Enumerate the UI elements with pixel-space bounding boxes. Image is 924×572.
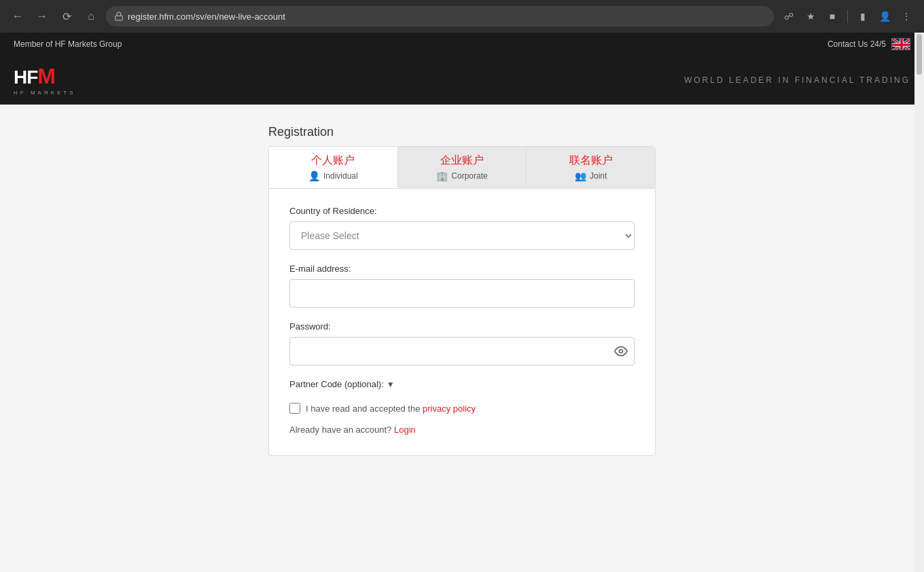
address-bar[interactable]: register.hfm.com/sv/en/new-live-account [106, 6, 774, 26]
logo: HF M HF MARKETS [14, 64, 76, 96]
country-group: Country of Residence: Please Select [289, 206, 635, 250]
logo-letters: HF M [14, 64, 76, 89]
registration-container: Registration 个人账户 👤 Individual 企业账户 🏢 Co… [268, 125, 656, 546]
separator [847, 10, 848, 23]
scrollbar-thumb [917, 34, 922, 75]
privacy-checkbox-row: I have read and accepted the privacy pol… [289, 403, 635, 414]
password-group: Password: [289, 321, 635, 365]
tab-corporate[interactable]: 企业账户 🏢 Corporate [398, 147, 527, 188]
email-input[interactable] [289, 279, 635, 308]
privacy-checkbox[interactable] [289, 403, 300, 414]
menu-button[interactable]: ⋮ [897, 7, 916, 26]
partner-code-label: Partner Code (optional): [289, 379, 384, 389]
form-card: Country of Residence: Please Select E-ma… [268, 189, 656, 456]
header-tagline: WORLD LEADER IN FINANCIAL TRADING [684, 75, 910, 85]
tab-individual-label-row: 👤 Individual [274, 171, 392, 181]
privacy-label: I have read and accepted the privacy pol… [306, 404, 476, 414]
home-button[interactable]: ⌂ [82, 7, 101, 26]
tab-joint-chinese: 联名账户 [532, 154, 650, 168]
contact-text: Contact Us 24/5 [828, 39, 886, 49]
email-label: E-mail address: [289, 264, 635, 274]
svg-rect-0 [116, 16, 123, 20]
people-icon: 👥 [575, 171, 586, 181]
url-text: register.hfm.com/sv/en/new-live-account [128, 12, 285, 22]
password-toggle-button[interactable] [614, 344, 628, 358]
scrollbar[interactable] [914, 33, 924, 572]
lock-icon [114, 12, 124, 21]
bookmark-button[interactable]: ★ [801, 7, 820, 26]
back-button[interactable]: ← [8, 7, 27, 26]
forward-button[interactable]: → [33, 7, 52, 26]
flag-icon [891, 38, 910, 50]
privacy-pre-text: I have read and accepted the [306, 404, 420, 414]
building-icon: 🏢 [436, 171, 448, 181]
registration-title: Registration [268, 125, 656, 139]
password-wrapper [289, 337, 635, 365]
extensions-button[interactable]: ■ [823, 7, 842, 26]
country-select[interactable]: Please Select [289, 221, 635, 250]
top-bar-right: Contact Us 24/5 [828, 38, 910, 50]
reload-button[interactable]: ⟳ [57, 7, 76, 26]
main-content: Registration 个人账户 👤 Individual 企业账户 🏢 Co… [0, 105, 924, 572]
chevron-down-icon: ▼ [387, 380, 395, 389]
eye-icon [614, 344, 628, 358]
translate-button[interactable]: ☍ [779, 7, 798, 26]
country-label: Country of Residence: [289, 206, 635, 216]
logo-m: M [37, 64, 56, 89]
logo-subtitle: HF MARKETS [14, 90, 76, 96]
login-link[interactable]: Login [394, 425, 416, 435]
already-pre-text: Already have an account? [289, 425, 391, 435]
already-account: Already have an account? Login [289, 425, 635, 435]
tab-joint[interactable]: 联名账户 👥 Joint [527, 147, 655, 188]
tab-individual[interactable]: 个人账户 👤 Individual [269, 147, 398, 188]
password-input[interactable] [289, 337, 635, 365]
member-text: Member of HF Markets Group [14, 39, 122, 49]
browser-chrome: ← → ⟳ ⌂ register.hfm.com/sv/en/new-live-… [0, 0, 924, 33]
privacy-policy-link[interactable]: privacy policy [423, 404, 476, 414]
tab-individual-label: Individual [323, 171, 358, 181]
top-bar: Member of HF Markets Group Contact Us 24… [0, 33, 924, 56]
email-group: E-mail address: [289, 264, 635, 308]
logo-hf: HF [14, 67, 37, 88]
sidebar-button[interactable]: ▮ [853, 7, 872, 26]
tab-individual-chinese: 个人账户 [274, 154, 392, 168]
browser-actions: ☍ ★ ■ ▮ 👤 ⋮ [779, 7, 916, 26]
profile-button[interactable]: 👤 [875, 7, 894, 26]
account-tabs: 个人账户 👤 Individual 企业账户 🏢 Corporate 联名账户 … [268, 146, 656, 189]
tab-joint-label: Joint [590, 171, 607, 181]
tab-corporate-chinese: 企业账户 [404, 154, 521, 168]
password-label: Password: [289, 321, 635, 332]
site-header: HF M HF MARKETS WORLD LEADER IN FINANCIA… [0, 56, 924, 105]
person-icon: 👤 [308, 171, 320, 181]
svg-point-2 [620, 350, 623, 353]
partner-code-toggle[interactable]: Partner Code (optional): ▼ [289, 379, 635, 389]
tab-corporate-label-row: 🏢 Corporate [404, 171, 521, 181]
tab-joint-label-row: 👥 Joint [532, 171, 650, 181]
tab-corporate-label: Corporate [451, 171, 487, 181]
